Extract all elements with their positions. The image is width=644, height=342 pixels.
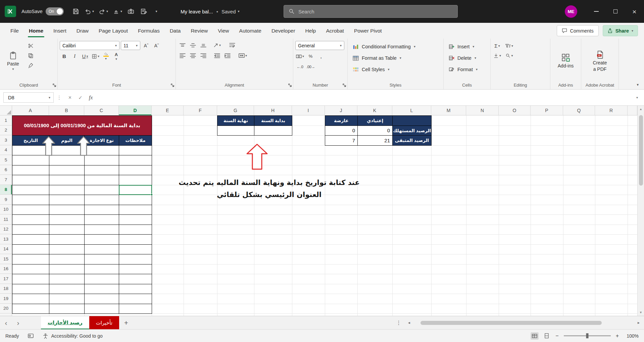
sheet-nav-right[interactable]: › xyxy=(12,316,24,329)
ribbon-tab-file[interactable]: File xyxy=(5,23,24,39)
format-cells-button[interactable]: Format▾ xyxy=(446,64,488,75)
scroll-right-button[interactable]: ► xyxy=(635,321,643,325)
copy-button[interactable] xyxy=(26,51,35,60)
percent-style-button[interactable]: % xyxy=(306,52,315,60)
format-painter-button[interactable] xyxy=(26,61,35,69)
gray-up-arrow-1[interactable] xyxy=(42,136,55,156)
create-pdf-button[interactable]: Create a PDF xyxy=(589,41,611,81)
column-header-A[interactable]: A xyxy=(12,106,49,115)
cells-area[interactable]: بداية السنة المالية من 00/01/1900 إلى 00… xyxy=(12,115,637,316)
scroll-down-button[interactable]: ▼ xyxy=(638,309,644,316)
cell[interactable]: 7 xyxy=(325,136,358,146)
cell[interactable] xyxy=(85,274,119,284)
stamp-dropdown[interactable]: ▾ xyxy=(120,10,122,13)
comments-button[interactable]: Comments xyxy=(557,25,599,36)
cell[interactable] xyxy=(49,235,85,245)
increase-font-button[interactable]: Aˆ xyxy=(142,41,151,50)
column-header-B[interactable]: B xyxy=(49,106,84,115)
ribbon-tab-draw[interactable]: Draw xyxy=(71,23,94,39)
cell[interactable] xyxy=(49,185,85,195)
avatar[interactable]: ME xyxy=(565,5,577,18)
search-input[interactable] xyxy=(298,9,453,14)
cell[interactable] xyxy=(12,245,49,255)
ribbon-tab-view[interactable]: View xyxy=(213,23,234,39)
decrease-decimal-button[interactable]: .00→ xyxy=(306,62,316,71)
orientation-button[interactable]: ▾ xyxy=(212,41,221,49)
font-color-button[interactable]: A▾ xyxy=(112,52,121,60)
horizontal-scrollbar[interactable]: ◄ ► xyxy=(404,316,644,329)
sort-filter-button[interactable]: ▾ xyxy=(504,42,514,50)
align-top-button[interactable] xyxy=(178,41,187,49)
column-header-P[interactable]: P xyxy=(531,106,563,115)
cell[interactable] xyxy=(12,165,49,176)
cell[interactable] xyxy=(85,235,119,245)
horizontal-scroll-thumb[interactable] xyxy=(420,321,602,325)
autosave-toggle[interactable]: On xyxy=(46,7,64,15)
column-header-G[interactable]: G xyxy=(217,106,254,115)
cell[interactable] xyxy=(85,195,119,205)
sheet-tab-1[interactable]: رصيد الأجازات xyxy=(41,316,89,329)
row-header-9[interactable]: 9 xyxy=(0,195,12,205)
cell[interactable] xyxy=(119,254,152,264)
enter-entry-button[interactable]: ✓ xyxy=(75,92,86,103)
cell[interactable] xyxy=(85,185,119,195)
cell[interactable] xyxy=(12,264,49,275)
row-header-19[interactable]: 19 xyxy=(0,294,12,304)
cell[interactable] xyxy=(49,284,85,294)
stamp-button[interactable]: ▾ xyxy=(111,6,123,17)
find-select-button[interactable]: ▾ xyxy=(504,51,514,60)
cell[interactable]: الرصيد المتبقى xyxy=(393,136,432,146)
column-header-K[interactable]: K xyxy=(357,106,392,115)
increase-decimal-button[interactable]: ←.0 xyxy=(295,62,304,71)
cell[interactable] xyxy=(217,126,254,136)
cell[interactable] xyxy=(254,126,292,136)
ribbon-tab-help[interactable]: Help xyxy=(300,23,321,39)
autosum-button[interactable]: Σ▾ xyxy=(493,42,502,50)
row-header-5[interactable]: 5 xyxy=(0,155,12,165)
share-button[interactable]: Share ▾ xyxy=(603,25,638,36)
row-header-13[interactable]: 13 xyxy=(0,234,12,244)
cell[interactable] xyxy=(49,175,85,185)
merge-center-button[interactable]: ▾ xyxy=(238,51,248,60)
comma-style-button[interactable]: , xyxy=(316,52,326,60)
cell[interactable] xyxy=(85,245,119,255)
cell[interactable] xyxy=(12,235,49,245)
alignment-dialog-launcher[interactable] xyxy=(288,83,292,87)
row-header-7[interactable]: 7 xyxy=(0,175,12,185)
undo-button[interactable]: ▾ xyxy=(83,6,95,17)
cell[interactable]: عارضة xyxy=(325,116,358,126)
cell[interactable] xyxy=(12,304,49,314)
cell[interactable] xyxy=(49,264,85,275)
cell[interactable] xyxy=(85,225,119,235)
column-header-I[interactable]: I xyxy=(292,106,325,115)
cell[interactable] xyxy=(49,215,85,225)
align-center-button[interactable] xyxy=(188,51,197,60)
formula-input[interactable] xyxy=(96,92,634,103)
column-header-L[interactable]: L xyxy=(392,106,431,115)
zoom-in-button[interactable]: + xyxy=(616,333,619,339)
row-header-1[interactable]: 1 xyxy=(0,115,12,126)
vertical-scroll-thumb[interactable] xyxy=(639,115,643,186)
minimize-button[interactable] xyxy=(587,0,606,23)
ribbon-tab-home[interactable]: Home xyxy=(24,23,48,39)
ribbon-tab-automate[interactable]: Automate xyxy=(234,23,266,39)
cell[interactable]: 0 xyxy=(358,126,393,136)
column-header-E[interactable]: E xyxy=(152,106,184,115)
italic-button[interactable]: I xyxy=(70,52,79,60)
cell[interactable] xyxy=(85,165,119,176)
align-right-button[interactable] xyxy=(199,51,208,60)
redo-button[interactable]: ▾ xyxy=(97,6,109,17)
normal-view-button[interactable] xyxy=(531,332,539,340)
cell[interactable] xyxy=(119,165,152,176)
collapse-ribbon-button[interactable]: ▾ xyxy=(637,83,639,87)
cell[interactable] xyxy=(12,215,49,225)
cell-styles-button[interactable]: Cell Styles▾ xyxy=(350,64,441,75)
cell[interactable] xyxy=(85,254,119,264)
ribbon-tab-insert[interactable]: Insert xyxy=(48,23,71,39)
cell[interactable] xyxy=(12,274,49,284)
cell[interactable] xyxy=(119,304,152,314)
borders-button[interactable]: ▾ xyxy=(91,52,100,60)
red-up-arrow[interactable] xyxy=(246,144,268,170)
increase-indent-button[interactable] xyxy=(223,51,232,60)
cell[interactable] xyxy=(49,254,85,264)
